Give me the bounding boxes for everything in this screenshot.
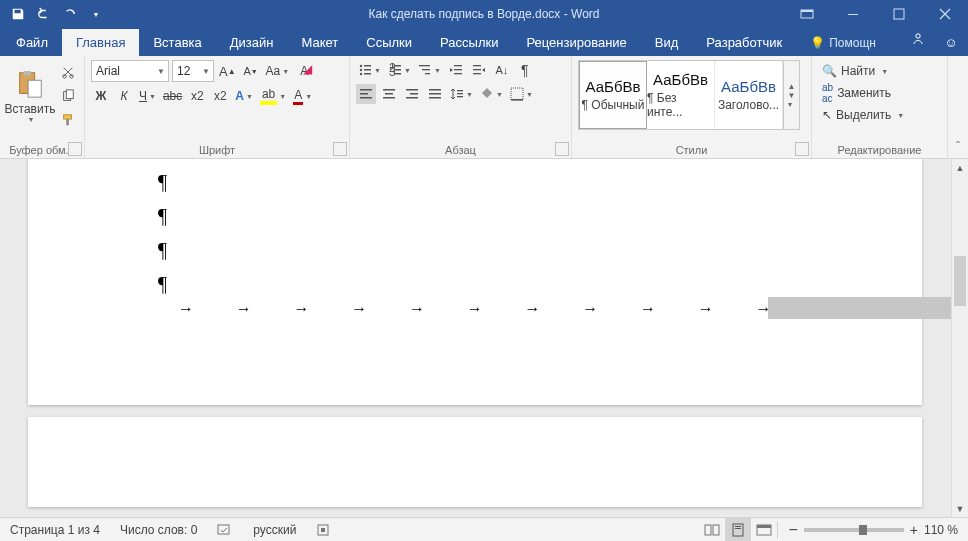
svg-rect-33: [473, 69, 481, 70]
format-painter-button[interactable]: [58, 110, 78, 130]
superscript-button[interactable]: x2: [210, 86, 230, 106]
print-layout-button[interactable]: [725, 518, 751, 541]
group-label: Редактирование: [818, 142, 941, 158]
strike-button[interactable]: abc: [161, 86, 184, 106]
group-editing: 🔍Найти▼ abacЗаменить ↖Выделить▼ Редактир…: [812, 56, 948, 158]
save-button[interactable]: [6, 2, 30, 26]
outdent-button[interactable]: [446, 60, 466, 80]
tab-developer[interactable]: Разработчик: [692, 29, 796, 56]
spell-check[interactable]: [207, 518, 243, 541]
bullets-button[interactable]: ▼: [356, 60, 383, 80]
tab-review[interactable]: Рецензирование: [512, 29, 640, 56]
close-button[interactable]: [922, 0, 968, 28]
tab-home[interactable]: Главная: [62, 29, 139, 56]
page-2[interactable]: [28, 417, 922, 507]
language[interactable]: русский: [243, 518, 306, 541]
svg-rect-1: [801, 10, 813, 12]
copy-button[interactable]: [58, 86, 78, 106]
svg-rect-57: [733, 524, 743, 536]
numbering-button[interactable]: 123▼: [386, 60, 413, 80]
font-name-combo[interactable]: Arial▼: [91, 60, 169, 82]
style-no-spacing[interactable]: АаБбВв¶ Без инте...: [647, 61, 715, 129]
shading-button[interactable]: ▼: [478, 84, 505, 104]
page-1[interactable]: ¶ ¶ ¶ ¶ → → → → → → → → → → → → ¶: [28, 159, 922, 405]
scroll-thumb[interactable]: [954, 256, 966, 306]
tab-references[interactable]: Ссылки: [352, 29, 426, 56]
sort-button[interactable]: А↓: [492, 60, 512, 80]
svg-point-4: [916, 34, 920, 38]
select-button[interactable]: ↖Выделить▼: [818, 104, 908, 126]
highlight-button[interactable]: ab▼: [258, 86, 288, 106]
read-mode-button[interactable]: [699, 518, 725, 541]
redo-button[interactable]: [58, 2, 82, 26]
align-center-button[interactable]: [379, 84, 399, 104]
tell-me[interactable]: 💡Помощн: [796, 30, 890, 56]
svg-rect-38: [383, 89, 395, 91]
dialog-launcher[interactable]: [795, 142, 809, 156]
share-button[interactable]: [896, 25, 936, 56]
line-spacing-button[interactable]: ▼: [448, 84, 475, 104]
svg-rect-37: [360, 97, 372, 99]
collapse-ribbon-button[interactable]: ˆ: [948, 56, 968, 158]
svg-rect-41: [406, 89, 418, 91]
styles-gallery[interactable]: АаБбВв¶ Обычный АаБбВв¶ Без инте... АаБб…: [578, 60, 800, 130]
tab-view[interactable]: Вид: [641, 29, 693, 56]
tab-file[interactable]: Файл: [2, 29, 62, 56]
borders-button[interactable]: ▼: [508, 84, 535, 104]
style-heading1[interactable]: АаБбВвЗаголово...: [715, 61, 783, 129]
word-count[interactable]: Число слов: 0: [110, 518, 207, 541]
tab-design[interactable]: Дизайн: [216, 29, 288, 56]
text-effects-button[interactable]: A▼: [233, 86, 255, 106]
cut-button[interactable]: [58, 62, 78, 82]
tab-insert[interactable]: Вставка: [139, 29, 215, 56]
zoom-thumb[interactable]: [859, 525, 867, 535]
dialog-launcher[interactable]: [333, 142, 347, 156]
bold-button[interactable]: Ж: [91, 86, 111, 106]
qat-customize-button[interactable]: ▼: [84, 2, 108, 26]
align-left-button[interactable]: [356, 84, 376, 104]
font-size-combo[interactable]: 12▼: [172, 60, 214, 82]
show-marks-button[interactable]: ¶: [515, 60, 535, 80]
web-layout-button[interactable]: [751, 518, 777, 541]
paste-button[interactable]: Вставить ▼: [6, 58, 54, 132]
macro-status[interactable]: [306, 518, 340, 541]
replace-icon: abac: [822, 82, 833, 104]
clear-format-button[interactable]: A◢: [294, 61, 314, 81]
tab-mailings[interactable]: Рассылки: [426, 29, 512, 56]
dialog-launcher[interactable]: [555, 142, 569, 156]
align-right-button[interactable]: [402, 84, 422, 104]
dialog-launcher[interactable]: [68, 142, 82, 156]
find-button[interactable]: 🔍Найти▼: [818, 60, 892, 82]
maximize-button[interactable]: [876, 0, 922, 28]
font-color-button[interactable]: A▼: [291, 86, 314, 106]
ribbon-display-button[interactable]: [784, 0, 830, 28]
multilevel-button[interactable]: ▼: [416, 60, 443, 80]
subscript-button[interactable]: x2: [187, 86, 207, 106]
group-styles: АаБбВв¶ Обычный АаБбВв¶ Без инте... АаБб…: [572, 56, 812, 158]
replace-button[interactable]: abacЗаменить: [818, 82, 895, 104]
svg-text:3: 3: [389, 65, 396, 77]
scroll-up-button[interactable]: ▲: [952, 159, 968, 176]
underline-button[interactable]: Ч▼: [137, 86, 158, 106]
minimize-button[interactable]: [830, 0, 876, 28]
grow-font-button[interactable]: A▲: [217, 61, 238, 81]
zoom-slider[interactable]: [804, 528, 904, 532]
svg-rect-45: [429, 93, 441, 95]
change-case-button[interactable]: Aa▼: [264, 61, 292, 81]
undo-button[interactable]: [32, 2, 56, 26]
justify-button[interactable]: [425, 84, 445, 104]
shrink-font-button[interactable]: A▼: [241, 61, 261, 81]
gallery-more-button[interactable]: ▲▼▾: [783, 61, 799, 129]
smiley-feedback[interactable]: ☺: [936, 29, 966, 56]
zoom-in-button[interactable]: +: [910, 522, 918, 538]
zoom-value[interactable]: 110 %: [924, 523, 958, 537]
italic-button[interactable]: К: [114, 86, 134, 106]
page-count[interactable]: Страница 1 из 4: [0, 518, 110, 541]
tab-layout[interactable]: Макет: [287, 29, 352, 56]
vertical-scrollbar[interactable]: ▲ ▼: [951, 159, 968, 517]
indent-button[interactable]: [469, 60, 489, 80]
scroll-down-button[interactable]: ▼: [952, 500, 968, 517]
style-normal[interactable]: АаБбВв¶ Обычный: [579, 61, 647, 129]
zoom-out-button[interactable]: −: [788, 521, 797, 539]
scroll-track[interactable]: [952, 176, 968, 500]
